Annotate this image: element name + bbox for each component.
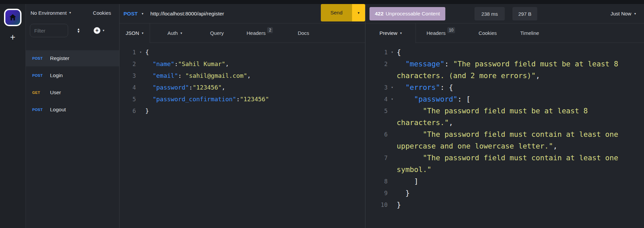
response-history-selector[interactable]: Just Now ▾ [610,4,636,23]
tab-preview[interactable]: Preview▾ [366,23,416,43]
code-text: "message": "The password field must be a… [397,60,618,68]
code-line: 1▾{ [366,46,644,58]
line-number: 6 [366,131,388,138]
environment-selector[interactable]: No Environment ▾ [31,10,71,16]
tab-label: Query [210,30,224,36]
tab-label: Docs [298,30,309,36]
url-bar: POST ▾ http://localhost:8000/api/registe… [119,4,365,23]
send-button[interactable]: Send [321,4,352,21]
fold-toggle-icon[interactable]: ▾ [136,50,145,54]
request-item-logout[interactable]: POSTLogout [26,102,119,118]
code-text: "The password field must contain at leas… [397,130,618,138]
request-name: Logout [50,107,66,113]
fold-toggle-icon[interactable]: ▾ [388,85,397,90]
home-button[interactable] [4,9,21,26]
line-number: 9 [366,190,388,196]
duration-badge: 238 ms [475,7,505,20]
new-workspace-button[interactable]: + [0,34,26,41]
code-line: 2 "message": "The password field must be… [366,58,644,70]
tab-auth[interactable]: Auth▾ [166,23,184,43]
request-item-user[interactable]: GETUser [26,84,119,101]
code-text: "email": "sahil@gmail.com", [145,72,251,79]
code-text: uppercase and one lowercase letter.", [397,142,557,150]
tab-label: Headers [247,30,266,36]
method-selector[interactable]: POST ▾ [123,4,143,23]
chevron-down-icon: ▾ [400,32,402,35]
method-badge: POST [32,108,50,112]
code-text: { [145,49,149,56]
url-field[interactable]: http://localhost:8000/api/register [150,4,224,23]
code-text: } [397,189,410,197]
request-item-login[interactable]: POSTLogin [26,67,119,83]
chevron-down-icon: ▾ [142,12,143,15]
code-text: symbol." [397,165,432,174]
code-text: { [397,48,401,56]
tab-headers[interactable]: Headers10 [425,23,456,43]
chevron-down-icon: ▾ [181,32,182,35]
code-line: 4 "password":"123456", [119,81,365,93]
response-status-bar: 422 Unprocessable Content 238 ms 297 B J… [366,4,644,23]
tab-label: Auth [167,30,178,36]
tab-count-badge: 10 [447,27,455,33]
line-number: 1 [119,49,136,56]
code-line: 2 "name":"Sahil Kumar", [119,58,365,70]
home-icon [8,13,17,22]
line-number: 6 [119,108,136,114]
code-text: characters.", [397,118,453,127]
chevron-down-icon: ▾ [69,11,71,14]
tab-label: JSON [126,30,139,36]
line-number: 2 [119,61,136,67]
code-line: 10} [366,199,644,211]
code-text: "name":"Sahil Kumar", [145,60,229,67]
response-preview-editor[interactable]: 1▾{2 "message": "The password field must… [366,43,644,228]
method-badge: GET [32,91,50,95]
tab-headers[interactable]: Headers2 [245,23,274,43]
code-line: uppercase and one lowercase letter.", [366,140,644,152]
api-client-window: + No Environment ▾ Cookies ▲ ▼ + ▾ POSTR… [0,0,644,228]
code-text: "errors": { [397,83,453,92]
code-line: symbol." [366,164,644,175]
plus-icon: + [10,32,15,42]
filter-input[interactable] [30,24,68,37]
fold-toggle-icon[interactable]: ▾ [388,97,397,101]
code-line: 5 "The password field must be at least 8 [366,105,644,117]
method-badge: POST [32,73,50,77]
history-label: Just Now [610,11,631,16]
request-item-register[interactable]: POSTRegister [26,50,119,66]
line-number: 5 [366,108,388,114]
request-name: Register [50,55,69,61]
sort-button[interactable]: ▲ ▼ [77,28,80,33]
code-text: characters. (and 2 more errors)", [397,71,540,80]
tab-count-badge: 2 [267,27,273,33]
request-tabs: JSON▾Auth▾QueryHeaders2Docs [119,23,365,43]
cookies-button[interactable]: Cookies [93,10,111,16]
request-panel: POST ▾ http://localhost:8000/api/registe… [119,4,365,228]
request-body-editor[interactable]: 1▾{2 "name":"Sahil Kumar",3 "email": "sa… [119,43,365,228]
tab-docs[interactable]: Docs [296,23,310,43]
tab-query[interactable]: Query [209,23,225,43]
sort-down-icon: ▼ [77,31,80,33]
code-line: 7 "The password field must contain at le… [366,152,644,164]
left-rail: + [0,4,26,228]
code-line: characters.", [366,117,644,128]
sidebar: No Environment ▾ Cookies ▲ ▼ + ▾ POSTReg… [26,4,119,228]
code-line: characters. (and 2 more errors)", [366,70,644,81]
size-badge: 297 B [512,7,537,20]
tab-cookies[interactable]: Cookies [477,23,498,43]
tab-label: Headers [427,30,446,36]
code-text: "password": [ [397,95,470,103]
code-text: "The password field must be at least 8 [397,107,588,115]
tab-label: Preview [380,30,397,36]
status-badge: 422 Unprocessable Content [369,7,445,20]
request-name: User [50,90,61,96]
code-text: "The password field must contain at leas… [397,154,618,162]
send-options-button[interactable]: ▾ [352,4,365,21]
request-name: Login [50,72,63,78]
tab-json[interactable]: JSON▾ [119,23,150,43]
tab-timeline[interactable]: Timeline [519,23,540,43]
environment-row: No Environment ▾ Cookies [26,4,119,21]
add-request-button[interactable]: + ▾ [94,27,104,34]
line-number: 3 [366,84,388,91]
environment-label: No Environment [31,10,67,16]
fold-toggle-icon[interactable]: ▾ [388,50,397,54]
